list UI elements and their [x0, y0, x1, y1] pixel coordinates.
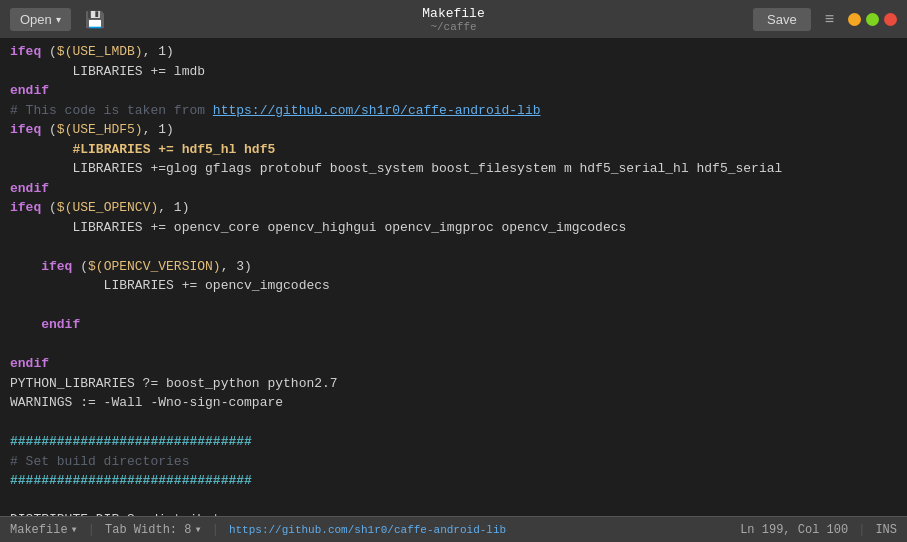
titlebar-left: Open ▾ 💾	[10, 6, 113, 33]
filetype-chevron: ▾	[71, 522, 78, 537]
window-controls	[848, 13, 897, 26]
separator-1: |	[88, 523, 95, 537]
chevron-down-icon: ▾	[56, 14, 61, 25]
open-label: Open	[20, 12, 52, 27]
insert-mode: INS	[875, 523, 897, 537]
close-button[interactable]	[884, 13, 897, 26]
editor: ifeq ($(USE_LMDB), 1) LIBRARIES += lmdb …	[0, 38, 907, 516]
statusbar-right: Ln 199, Col 100 | INS	[740, 523, 897, 537]
separator-3: |	[858, 523, 865, 537]
maximize-button[interactable]	[866, 13, 879, 26]
floppy-icon: 💾	[85, 11, 105, 28]
statusbar: Makefile ▾ | Tab Width: 8 ▾ | https://gi…	[0, 516, 907, 542]
code-content: ifeq ($(USE_LMDB), 1) LIBRARIES += lmdb …	[0, 42, 907, 516]
separator-2: |	[212, 523, 219, 537]
titlebar: Open ▾ 💾 Makefile ~/caffe Save ≡	[0, 0, 907, 38]
menu-button[interactable]: ≡	[817, 6, 842, 32]
tab-width-chevron: ▾	[194, 522, 201, 537]
filetype-label: Makefile	[10, 523, 68, 537]
cursor-position: Ln 199, Col 100	[740, 523, 848, 537]
hamburger-icon: ≡	[825, 10, 834, 27]
minimize-button[interactable]	[848, 13, 861, 26]
floppy-icon-button[interactable]: 💾	[77, 6, 113, 33]
filetype-selector[interactable]: Makefile ▾	[10, 522, 78, 537]
github-link[interactable]: https://github.com/sh1r0/caffe-android-l…	[229, 524, 506, 536]
file-title: Makefile	[422, 6, 484, 21]
code-area[interactable]: ifeq ($(USE_LMDB), 1) LIBRARIES += lmdb …	[0, 38, 907, 516]
titlebar-center: Makefile ~/caffe	[422, 6, 484, 33]
statusbar-left: Makefile ▾ | Tab Width: 8 ▾ | https://gi…	[10, 522, 506, 537]
tab-width-label: Tab Width: 8	[105, 523, 191, 537]
tab-width-selector[interactable]: Tab Width: 8 ▾	[105, 522, 202, 537]
save-button[interactable]: Save	[753, 8, 811, 31]
titlebar-right: Save ≡	[753, 6, 897, 32]
file-path: ~/caffe	[422, 21, 484, 33]
open-button[interactable]: Open ▾	[10, 8, 71, 31]
